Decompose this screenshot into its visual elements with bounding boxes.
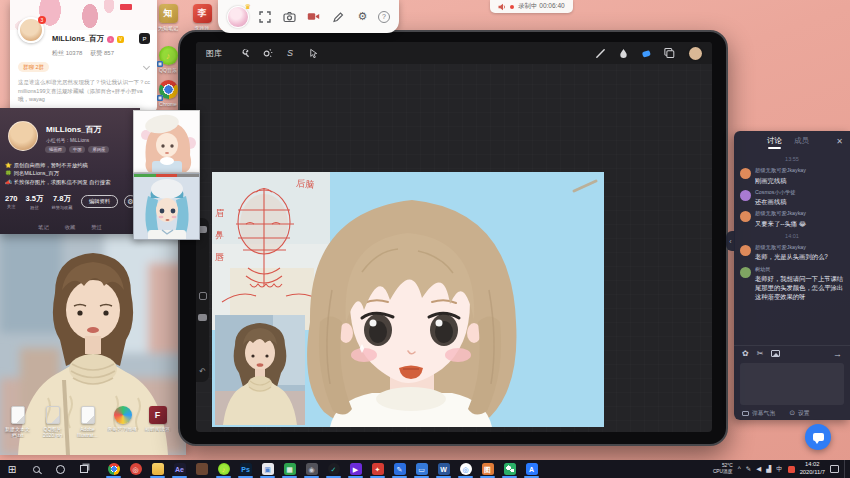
taskbar-app[interactable]: A <box>522 460 541 478</box>
bio-line: 🍀同名MiLLions_百万 <box>5 169 136 177</box>
task-view-button[interactable] <box>72 460 96 478</box>
chevron-down-icon[interactable] <box>143 62 150 69</box>
stat[interactable]: 7.8万获赞与收藏 <box>51 194 72 210</box>
desktop-icon[interactable]: 李 李跳跳 <box>186 4 218 31</box>
profile-name: MiLLions_百万 <box>52 34 104 44</box>
profile-tab[interactable]: 赞过 <box>91 224 102 231</box>
color-swatch[interactable] <box>689 47 702 60</box>
taskbar-app[interactable]: Ps <box>236 460 255 478</box>
taskbar-app[interactable] <box>104 460 123 478</box>
tab-members[interactable]: 成员 <box>794 136 809 146</box>
image-attach-icon[interactable] <box>771 350 780 357</box>
taskbar-app[interactable]: 图 <box>478 460 497 478</box>
pen-annotate-icon[interactable] <box>329 8 347 26</box>
desktop-icon[interactable]: Adobe Illustrat... <box>72 406 103 438</box>
danmaku-toggle[interactable]: 弹幕气泡 <box>742 409 775 418</box>
screenshot-camera-icon[interactable] <box>280 8 298 26</box>
opacity-slider[interactable] <box>198 314 207 321</box>
ime-indicator[interactable]: 中 <box>776 466 783 473</box>
desktop-icon[interactable]: QQ图片2020.jpg <box>37 406 68 438</box>
chat-message: 超级无敌可爱Jkaykay 刚画完线稿 <box>734 164 850 186</box>
send-icon[interactable]: → <box>833 349 842 359</box>
transform-arrow-icon[interactable] <box>305 46 321 60</box>
clock[interactable]: 14:02 2020/11/7 <box>800 461 825 476</box>
taskbar-app[interactable]: ♪ <box>214 460 233 478</box>
taskbar-app[interactable] <box>192 460 211 478</box>
desktop-icon[interactable]: F 福昕阅读器 <box>142 406 173 438</box>
app-icon: ✦ <box>372 463 384 475</box>
network-tray-icon[interactable]: ▟ <box>766 466 771 473</box>
edit-profile-button[interactable]: 编辑资料 <box>81 195 118 208</box>
artwork-thumbnail-pink[interactable] <box>133 110 200 173</box>
drawing-canvas[interactable]: 后脑 眉 鼻 唇 <box>212 172 604 427</box>
actions-wrench-icon[interactable] <box>236 46 252 60</box>
taskbar-app[interactable]: ✎ <box>390 460 409 478</box>
desktop-icon[interactable]: 爱奇艺万能播 <box>107 406 138 438</box>
desktop-icon-image <box>11 406 25 424</box>
fullscreen-icon[interactable] <box>256 8 274 26</box>
start-button[interactable]: ⊞ <box>0 460 24 478</box>
emoji-icon[interactable]: ✿ <box>742 350 749 358</box>
taskbar-app[interactable]: Ae <box>170 460 189 478</box>
stat[interactable]: 3.5万粉丝 <box>26 194 44 210</box>
ipad-tablet: 图库 S <box>178 30 728 446</box>
record-video-icon[interactable] <box>305 8 323 26</box>
message-list[interactable]: 13:55 超级无敌可爱Jkaykay 刚画完线稿 Co <box>734 151 850 345</box>
eraser-icon-active[interactable] <box>638 46 654 60</box>
chat-settings-button[interactable]: ⊙设置 <box>789 409 809 418</box>
taskbar-app[interactable]: ✦ <box>368 460 387 478</box>
group-chat-badge[interactable]: 群聊 2群 <box>18 62 49 72</box>
panel-collapse-handle[interactable]: ‹ <box>726 231 735 251</box>
show-desktop-button[interactable] <box>844 460 847 478</box>
gear-icon: ⊙ <box>789 409 795 417</box>
undo-button[interactable]: ↶ <box>196 367 209 376</box>
taskbar-app[interactable]: W <box>434 460 453 478</box>
taskbar-app[interactable] <box>148 460 167 478</box>
tray-app-icon[interactable] <box>788 466 795 473</box>
taskbar-app[interactable]: ▦ <box>280 460 299 478</box>
desktop-icon[interactable]: 新建文本文档.txt <box>2 406 33 438</box>
app-badge-icon[interactable]: P <box>139 33 150 44</box>
stat[interactable]: 270关注 <box>5 194 18 210</box>
help-icon[interactable]: ? <box>378 11 390 23</box>
speaker-tray-icon[interactable]: ◀ <box>756 466 761 473</box>
chat-bubble-icon <box>813 433 824 441</box>
taskbar-app[interactable]: ◉ <box>302 460 321 478</box>
profile-tab[interactable]: 笔记 <box>38 224 49 231</box>
chat-fab-button[interactable] <box>805 424 831 450</box>
avatar[interactable]: 3 <box>18 17 44 43</box>
avatar[interactable]: ♛ <box>227 6 249 28</box>
pen-tray-icon[interactable]: ✎ <box>746 466 751 473</box>
taskbar-app[interactable] <box>500 460 519 478</box>
bio-emoji-icon: 📣 <box>5 179 12 185</box>
taskbar-app[interactable]: ✓ <box>324 460 343 478</box>
gallery-button[interactable]: 图库 <box>206 48 222 59</box>
taskbar-app[interactable]: ▶ <box>346 460 365 478</box>
taskbar-app[interactable]: ▣ <box>258 460 277 478</box>
artwork-thumbnail-blue[interactable] <box>133 173 200 240</box>
brush-icon[interactable] <box>592 46 608 60</box>
adjustments-wand-icon[interactable] <box>259 46 275 60</box>
modify-button[interactable] <box>199 292 207 300</box>
avatar[interactable] <box>8 121 38 151</box>
profile-tab[interactable]: 收藏 <box>65 224 76 231</box>
search-button[interactable] <box>24 460 48 478</box>
smudge-icon[interactable] <box>615 46 631 60</box>
taskbar-app[interactable]: ▭ <box>412 460 431 478</box>
tab-discussion[interactable]: 讨论 <box>767 136 782 146</box>
chat-input-field[interactable] <box>740 363 844 405</box>
chat-text: 刚画完线稿 <box>755 176 806 185</box>
layers-icon[interactable] <box>661 46 677 60</box>
taskbar-app[interactable]: ◎ <box>456 460 475 478</box>
cortana-button[interactable] <box>48 460 72 478</box>
clip-scissors-icon[interactable]: ✂ <box>757 350 764 358</box>
procreate-sidebar: ↶ <box>196 218 209 382</box>
taskbar-app[interactable]: ◎ <box>126 460 145 478</box>
notification-center-icon[interactable] <box>830 465 839 473</box>
selection-icon[interactable]: S <box>282 46 298 60</box>
app-icon: ▶ <box>350 463 362 475</box>
settings-gear-icon[interactable]: ⚙ <box>354 8 372 26</box>
close-icon[interactable]: ✕ <box>836 137 843 146</box>
tray-expand-chevron[interactable]: ^ <box>738 466 741 473</box>
timestamp: 13:55 <box>734 156 850 162</box>
